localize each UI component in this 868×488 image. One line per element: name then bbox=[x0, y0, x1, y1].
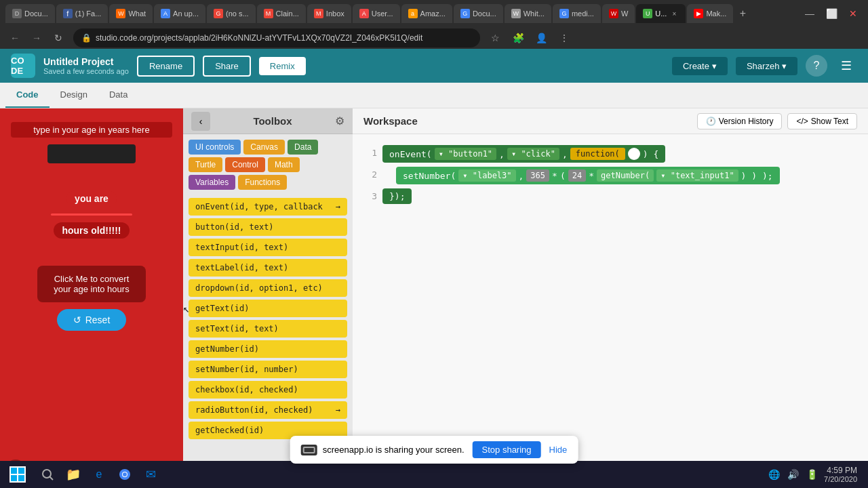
browser-tab-2[interactable]: f (1) Fa... bbox=[56, 4, 108, 23]
url-text: studio.code.org/projects/applab/2iH6KoNN… bbox=[96, 33, 422, 43]
new-tab-button[interactable]: + bbox=[734, 5, 751, 22]
share-button[interactable]: Share bbox=[203, 56, 251, 77]
block-dropdown[interactable]: dropdown(id, option1, etc) bbox=[189, 279, 347, 297]
app-subtitle: Saved a few seconds ago bbox=[43, 67, 129, 75]
block-set-number[interactable]: setNumber(id, number) bbox=[189, 361, 347, 378]
preview-divider bbox=[51, 214, 132, 216]
share-message: screenapp.io is sharing your screen. bbox=[323, 445, 465, 455]
browser-tab-10[interactable]: G Docu... bbox=[454, 4, 503, 23]
block-set-text[interactable]: setText(id, text) bbox=[189, 320, 347, 338]
remix-button[interactable]: Remix bbox=[259, 57, 306, 75]
browser-tab-6[interactable]: M Clain... bbox=[257, 4, 306, 23]
preview-input[interactable] bbox=[47, 144, 136, 163]
browser-tab-14[interactable]: U U... × bbox=[636, 4, 686, 23]
category-functions[interactable]: Functions bbox=[238, 175, 287, 190]
get-number-block[interactable]: getNumber( bbox=[597, 169, 654, 182]
click-dropdown[interactable]: ▾ "click" bbox=[507, 148, 559, 160]
lock-icon: 🔒 bbox=[81, 33, 92, 43]
code-block-on-event[interactable]: onEvent( ▾ "button1" , ▾ "click" , funct… bbox=[382, 145, 665, 163]
preview-convert-button[interactable]: Click Me to convertyour age into hours bbox=[37, 266, 146, 302]
tab-design[interactable]: Design bbox=[50, 83, 98, 108]
taskbar: 📁 e ✉ 🌐 🔊 🔋 4:59 PM 7/20/2020 bbox=[0, 461, 868, 488]
create-chevron-icon: ▾ bbox=[712, 61, 717, 71]
btn1-dropdown[interactable]: ▾ "button1" bbox=[435, 148, 496, 160]
version-history-button[interactable]: 🕐 Version History bbox=[697, 113, 783, 129]
block-arrow-icon: → bbox=[336, 202, 340, 211]
address-bar[interactable]: 🔒 studio.code.org/projects/applab/2iH6Ko… bbox=[73, 28, 480, 47]
block-text-input[interactable]: textInput(id, text) bbox=[189, 239, 347, 256]
block-get-number[interactable]: getNumber(id) bbox=[189, 340, 347, 358]
taskbar-apps: 📁 e ✉ bbox=[30, 462, 168, 487]
category-variables[interactable]: Variables bbox=[189, 175, 235, 190]
browser-tab-11[interactable]: W Whit... bbox=[505, 4, 551, 23]
tab-code[interactable]: Code bbox=[5, 83, 50, 108]
browser-tab-15[interactable]: ▶ Mak... bbox=[687, 4, 733, 23]
bookmark-icon[interactable]: ☆ bbox=[486, 28, 505, 47]
browser-tab-5[interactable]: G (no s... bbox=[207, 4, 256, 23]
date-display: 7/20/2020 bbox=[824, 475, 857, 483]
label3-dropdown[interactable]: ▾ "label3" bbox=[458, 169, 515, 182]
menu-button[interactable]: ☰ bbox=[835, 55, 857, 77]
code-line-1: 1 onEvent( ▾ "button1" , ▾ "click" , fun… bbox=[363, 145, 857, 163]
taskbar-file-explorer[interactable]: 📁 bbox=[61, 462, 85, 487]
category-ui-controls[interactable]: UI controls bbox=[189, 140, 241, 155]
show-text-button[interactable]: </> Show Text bbox=[787, 113, 857, 129]
stop-sharing-button[interactable]: Stop sharing bbox=[473, 441, 541, 458]
tray-battery-icon[interactable]: 🔋 bbox=[805, 468, 818, 481]
profile-icon[interactable]: 👤 bbox=[532, 28, 551, 47]
hide-button[interactable]: Hide bbox=[549, 445, 568, 455]
browser-tab-8[interactable]: A User... bbox=[353, 4, 400, 23]
code-block-set-number[interactable]: setNumber( ▾ "label3" , 365 * ( 24 * get… bbox=[396, 167, 780, 184]
taskbar-mail[interactable]: ✉ bbox=[138, 462, 163, 487]
taskbar-search[interactable] bbox=[35, 462, 60, 487]
tray-network-icon[interactable]: 🌐 bbox=[767, 468, 781, 481]
minimize-button[interactable]: — bbox=[800, 4, 819, 23]
browser-tab-12[interactable]: G medi... bbox=[553, 4, 601, 23]
taskbar-chrome[interactable] bbox=[113, 462, 137, 487]
preview-reset-button[interactable]: ↺ Reset bbox=[57, 309, 127, 331]
block-radio-button[interactable]: radioButton(id, checked) → bbox=[189, 401, 347, 419]
close-button[interactable]: ✕ bbox=[844, 4, 863, 23]
maximize-button[interactable]: ⬜ bbox=[822, 4, 841, 23]
category-math[interactable]: Math bbox=[268, 157, 300, 172]
toolbox-settings-icon[interactable]: ⚙ bbox=[335, 115, 344, 127]
extensions-icon[interactable]: 🧩 bbox=[509, 28, 528, 47]
browser-tab-7[interactable]: M Inbox bbox=[307, 4, 351, 23]
settings-icon[interactable]: ⋮ bbox=[555, 28, 574, 47]
tab-data[interactable]: Data bbox=[98, 83, 138, 108]
browser-tab-4[interactable]: A An up... bbox=[154, 4, 205, 23]
forward-button[interactable]: → bbox=[27, 28, 46, 47]
block-button[interactable]: button(id, text) bbox=[189, 218, 347, 236]
create-button[interactable]: Create ▾ bbox=[672, 57, 728, 75]
block-get-text[interactable]: getText(id) ↖ bbox=[189, 300, 347, 317]
workspace-panel: Workspace 🕐 Version History </> Show Tex… bbox=[353, 108, 868, 485]
rename-button[interactable]: Rename bbox=[137, 56, 195, 77]
category-turtle[interactable]: Turtle bbox=[189, 157, 222, 172]
user-button[interactable]: Sharzeh ▾ bbox=[736, 57, 797, 75]
browser-tab-1[interactable]: D Docu... bbox=[5, 4, 55, 23]
help-button[interactable]: ? bbox=[806, 55, 827, 77]
block-on-event[interactable]: onEvent(id, type, callback → bbox=[189, 198, 347, 216]
taskbar-edge[interactable]: e bbox=[87, 462, 111, 487]
category-canvas[interactable]: Canvas bbox=[243, 140, 285, 155]
tab-favicon-3: W bbox=[116, 9, 125, 18]
start-button[interactable] bbox=[5, 462, 30, 487]
tray-volume-icon[interactable]: 🔊 bbox=[786, 468, 800, 481]
category-data[interactable]: Data bbox=[288, 140, 318, 155]
block-text-label[interactable]: textLabel(id, text) bbox=[189, 259, 347, 277]
num-24: 24 bbox=[568, 169, 586, 182]
text-input1-dropdown[interactable]: ▾ "text_input1" bbox=[656, 169, 738, 182]
toolbox-back-button[interactable]: ‹ bbox=[191, 112, 210, 131]
browser-tab-9[interactable]: a Amaz... bbox=[401, 4, 452, 23]
back-button[interactable]: ← bbox=[5, 28, 24, 47]
refresh-button[interactable]: ↻ bbox=[49, 28, 68, 47]
block-checkbox[interactable]: checkbox(id, checked) bbox=[189, 381, 347, 399]
browser-tab-13[interactable]: W W bbox=[602, 4, 635, 23]
taskbar-tray: 🌐 🔊 🔋 4:59 PM 7/20/2020 bbox=[762, 466, 863, 483]
tab-close-14[interactable]: × bbox=[669, 9, 679, 18]
menu-icon: ☰ bbox=[841, 58, 852, 73]
category-control[interactable]: Control bbox=[225, 157, 265, 172]
tab-favicon-8: A bbox=[359, 9, 369, 18]
app-title-area: Untitled Project Saved a few seconds ago bbox=[43, 56, 129, 75]
browser-tab-3[interactable]: W What bbox=[109, 4, 153, 23]
